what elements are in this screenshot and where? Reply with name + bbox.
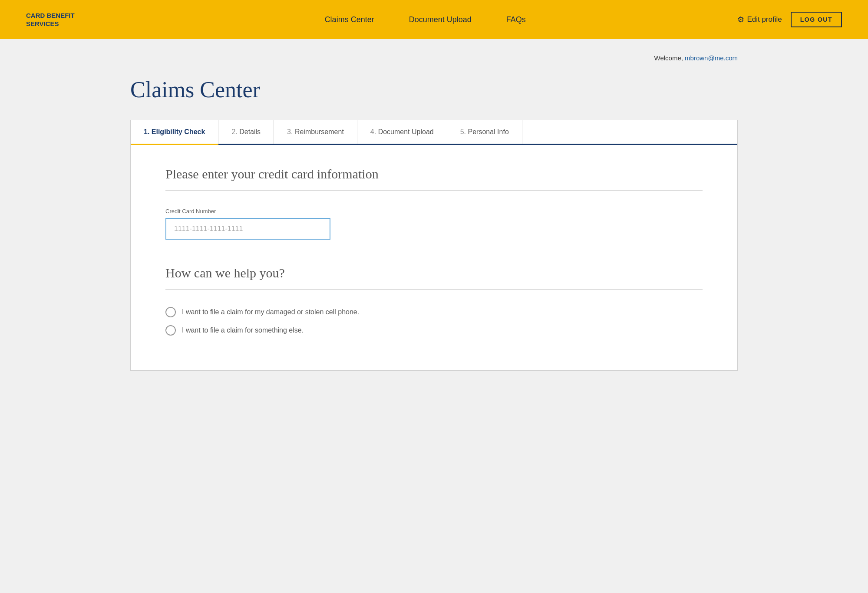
tab-reimbursement[interactable]: 3. Reimbursement <box>274 120 357 144</box>
radio-label-1: I want to file a claim for my damaged or… <box>182 308 359 316</box>
radio-group: I want to file a claim for my damaged or… <box>165 307 703 336</box>
main-nav: Claims Center Document Upload FAQs <box>113 15 737 24</box>
page-title: Claims Center <box>130 68 738 120</box>
nav-faqs[interactable]: FAQs <box>506 15 526 24</box>
credit-card-field-group: Credit Card Number <box>165 208 703 240</box>
credit-card-section-title: Please enter your credit card informatio… <box>165 167 703 181</box>
steps-container: 1. Eligibility Check 2. Details 3. Reimb… <box>130 120 738 371</box>
tab-details[interactable]: 2. Details <box>218 120 274 144</box>
section1-divider <box>165 190 703 191</box>
logout-button[interactable]: LOG OUT <box>791 12 842 27</box>
tab-document-upload[interactable]: 4. Document Upload <box>357 120 447 144</box>
welcome-text: Welcome, <box>654 54 685 62</box>
nav-claims-center[interactable]: Claims Center <box>325 15 374 24</box>
header: CARD BENEFIT SERVICES Claims Center Docu… <box>0 0 868 39</box>
help-section: How can we help you? I want to file a cl… <box>165 266 703 336</box>
tab-eligibility-check[interactable]: 1. Eligibility Check <box>131 120 218 145</box>
main-content: Welcome, mbrown@me.com Claims Center 1. … <box>0 39 868 371</box>
radio-option-something-else[interactable]: I want to file a claim for something els… <box>165 325 703 336</box>
nav-document-upload[interactable]: Document Upload <box>409 15 472 24</box>
gear-icon: ⚙ <box>737 15 744 24</box>
radio-label-2: I want to file a claim for something els… <box>182 326 304 334</box>
credit-card-input[interactable] <box>165 218 330 240</box>
radio-circle-2 <box>165 325 176 336</box>
radio-option-cell-phone[interactable]: I want to file a claim for my damaged or… <box>165 307 703 317</box>
header-right: ⚙ Edit profile LOG OUT <box>737 12 842 27</box>
help-section-title: How can we help you? <box>165 266 703 280</box>
radio-circle-1 <box>165 307 176 317</box>
brand-logo: CARD BENEFIT SERVICES <box>26 11 113 28</box>
edit-profile-button[interactable]: ⚙ Edit profile <box>737 15 782 24</box>
tab-personal-info[interactable]: 5. Personal Info <box>447 120 522 144</box>
section2-divider <box>165 289 703 290</box>
credit-card-label: Credit Card Number <box>165 208 703 214</box>
welcome-bar: Welcome, mbrown@me.com <box>130 48 738 68</box>
user-email-link[interactable]: mbrown@me.com <box>685 54 738 62</box>
steps-tabs: 1. Eligibility Check 2. Details 3. Reimb… <box>131 120 737 145</box>
form-content: Please enter your credit card informatio… <box>131 145 737 370</box>
